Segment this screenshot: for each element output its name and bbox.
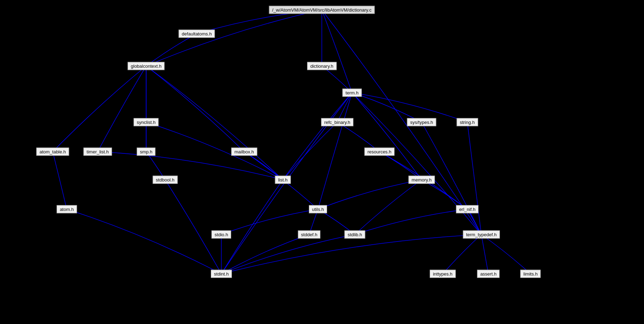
node-atom: atom.h (57, 205, 77, 213)
edge-memory-utils (318, 180, 422, 209)
edge-globalcontext-mailbox (146, 66, 244, 152)
node-stdio: stdio.h (212, 231, 231, 239)
edge-timer_list-list_h (98, 152, 283, 180)
node-atom_table: atom_table.h (36, 148, 69, 156)
node-stdlib: stdlib.h (344, 231, 365, 239)
edge-term_typedef-assert_h (481, 234, 488, 274)
edge-refc_binary-list_h (283, 122, 337, 180)
edge-term-list_h (283, 93, 352, 180)
edge-string_h-term_typedef (467, 122, 481, 234)
edge-term-utils (318, 93, 352, 209)
node-string_h: string.h (457, 118, 478, 126)
edge-term-refc_binary (337, 93, 352, 122)
node-list_h: list.h (275, 176, 291, 184)
node-stdbool: stdbool.h (153, 176, 178, 184)
node-smp: smp.h (137, 148, 155, 156)
edge-refc_binary-resources (337, 122, 379, 152)
edge-memory-stdlib (355, 180, 422, 234)
node-erl_nif: erl_nif.h (456, 205, 479, 213)
node-utils: utils.h (309, 205, 327, 213)
node-memory: memory.h (409, 176, 435, 184)
edge-globalcontext-atom_table (53, 66, 146, 152)
node-limits: limits.h (520, 270, 541, 278)
edge-stdbool-stdint (165, 180, 221, 274)
node-inttypes: inttypes.h (430, 270, 456, 278)
edge-term-string_h (352, 93, 467, 122)
node-globalcontext: globalcontext.h (128, 62, 164, 70)
node-term_typedef: term_typedef.h (463, 231, 500, 239)
edge-atom_table-atom (53, 152, 67, 209)
edge-memory-erl_nif (422, 180, 467, 209)
node-mailbox: mailbox.h (231, 148, 257, 156)
node-sys_types: sys/types.h (407, 118, 436, 126)
node-stddef: stddef.h (298, 231, 320, 239)
edge-root-term (322, 10, 352, 93)
edge-term-sys_types (352, 93, 422, 122)
node-root: /_w/AtomVM/AtomVM/src/libAtomVM/dictiona… (269, 6, 375, 14)
edge-defaultatoms-globalcontext (146, 34, 197, 66)
edge-list_h-stdint (221, 180, 283, 274)
node-term: term.h (343, 89, 362, 97)
node-resources: resources.h (364, 148, 395, 156)
node-defaultatoms: defaultatoms.h (178, 30, 215, 38)
edge-root-globalcontext (146, 10, 322, 66)
edge-synclist-list_h (146, 122, 283, 180)
edge-term_typedef-inttypes (443, 234, 481, 274)
node-stdint: stdint.h (211, 270, 232, 278)
edge-term_typedef-stdint (221, 234, 481, 274)
edge-globalcontext-list_h (146, 66, 283, 180)
graph-container: /_w/AtomVM/AtomVM/src/libAtomVM/dictiona… (0, 0, 644, 324)
edge-term-memory (352, 93, 422, 180)
node-assert_h: assert.h (477, 270, 500, 278)
edge-globalcontext-timer_list (98, 66, 146, 152)
edge-erl_nif-stdlib (355, 209, 467, 234)
node-refc_binary: refc_binary.h (321, 118, 353, 126)
edge-term_typedef-limits (481, 234, 531, 274)
edge-stdlib-stdint (221, 234, 355, 274)
edges-svg (0, 0, 644, 324)
node-synclist: synclist.h (134, 118, 158, 126)
edge-stddef-stdint (221, 234, 309, 274)
edge-atom-stdint (67, 209, 221, 274)
node-dictionary: dictionary.h (307, 62, 337, 70)
node-timer_list: timer_list.h (84, 148, 112, 156)
